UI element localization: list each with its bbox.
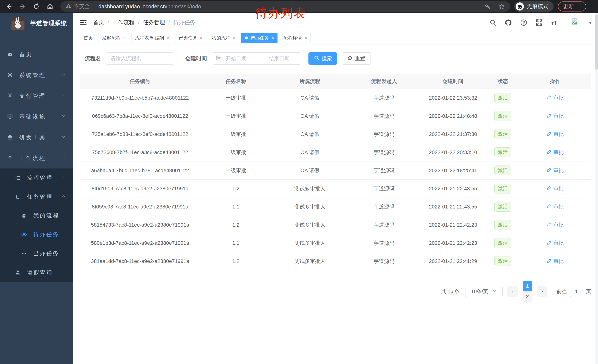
sidebar-item-支付管理[interactable]: 支付管理	[0, 86, 73, 106]
cell-任务名称: 1.1	[200, 204, 272, 210]
briefcase-icon	[7, 155, 13, 161]
search-icon[interactable]	[490, 19, 497, 26]
approve-link[interactable]: 审批	[547, 240, 564, 247]
close-icon[interactable]: ×	[200, 35, 202, 40]
approve-link[interactable]: 审批	[547, 149, 564, 156]
tab-已办任务[interactable]: 已办任务×	[175, 33, 206, 43]
breadcrumb: 首页/工作流程/任务管理/待办任务	[93, 19, 195, 26]
goto-page-input[interactable]: 1	[570, 286, 583, 297]
tab-流程详情[interactable]: 流程详情×	[280, 33, 310, 43]
status-badge: 激活	[494, 93, 511, 103]
approve-link[interactable]: 审批	[547, 131, 564, 138]
fullscreen-icon[interactable]	[535, 19, 543, 26]
breadcrumb-item[interactable]: 首页	[93, 19, 104, 26]
sidebar-item-label: 请假查询	[27, 269, 53, 276]
sidebar-item-工作流程[interactable]: 工作流程	[0, 148, 73, 169]
process-name-input[interactable]: 请输入流程名	[106, 52, 174, 65]
app-logo[interactable]: 芋道管理系统	[0, 13, 73, 33]
column-header-创建时间: 创建时间	[420, 78, 486, 85]
page-suffix: 页	[586, 288, 591, 295]
close-icon[interactable]: ×	[233, 35, 235, 40]
chevron-down-icon	[492, 289, 497, 295]
sidebar-item-label: 我的流程	[33, 212, 59, 219]
search-button[interactable]: 搜索	[308, 52, 337, 65]
tab-首页[interactable]: 首页	[80, 33, 96, 43]
scrollbar[interactable]	[595, 13, 598, 364]
cell-任务编号: 580e1b3d-7ac8-11ec-a9e2-a2380e71991a	[80, 240, 200, 246]
reload-icon[interactable]	[33, 3, 40, 10]
approve-label: 审批	[553, 149, 564, 156]
breadcrumb-item[interactable]: 工作流程	[112, 19, 134, 26]
font-size-icon[interactable]: TT	[551, 19, 559, 26]
approve-link[interactable]: 审批	[547, 185, 564, 192]
sidebar-item-系统管理[interactable]: 系统管理	[0, 65, 73, 86]
approve-link[interactable]: 审批	[547, 221, 564, 228]
page-button-1[interactable]: 1	[523, 281, 532, 291]
avatar[interactable]	[567, 15, 582, 30]
sidebar-item-请假查询[interactable]: 请假查询	[0, 263, 73, 282]
cell-所属流程: OA 请假	[272, 167, 348, 174]
back-icon[interactable]	[5, 3, 13, 10]
cell-所属流程: 测试多审批人	[272, 240, 348, 247]
cell-任务名称: 一级审批	[200, 113, 272, 120]
sidebar-item-流程管理[interactable]: 流程管理	[0, 169, 73, 187]
cell-所属流程: 测试多审批人	[272, 203, 348, 210]
page-size-select[interactable]: 10条/页	[465, 286, 503, 297]
cell-流程发起人: 芋道源码	[348, 203, 420, 210]
forward-icon[interactable]	[19, 3, 26, 10]
gear-icon	[7, 73, 13, 78]
sidebar-item-研发工具[interactable]: 研发工具	[0, 127, 73, 148]
scrollbar-thumb[interactable]	[595, 15, 598, 70]
topbar: 首页/工作流程/任务管理/待办任务 TT	[73, 13, 598, 32]
menu-dots-icon[interactable]	[578, 3, 582, 10]
sidebar-collapse-icon[interactable]	[73, 19, 93, 26]
column-header-所属流程: 所属流程	[272, 78, 348, 85]
close-icon[interactable]: ×	[167, 35, 169, 40]
home-icon[interactable]	[46, 3, 54, 10]
github-icon[interactable]	[505, 19, 512, 26]
incognito-label: 无痕模式	[527, 3, 548, 10]
sidebar-item-任务管理[interactable]: 任务管理	[0, 187, 73, 206]
security-indicator[interactable]: 不安全	[66, 3, 90, 10]
breadcrumb-separator: /	[138, 19, 139, 26]
key-icon[interactable]	[485, 3, 491, 10]
edit-pen-icon	[547, 113, 552, 119]
next-page-button[interactable]: ›	[537, 286, 548, 297]
chevron-down-icon[interactable]	[588, 20, 593, 25]
approve-link[interactable]: 审批	[547, 167, 564, 174]
tab-发起流程[interactable]: 发起流程×	[99, 33, 129, 43]
warning-icon	[66, 3, 72, 10]
close-icon[interactable]: ×	[271, 35, 274, 40]
close-icon[interactable]: ×	[123, 35, 126, 40]
sidebar-item-已办任务[interactable]: 已办任务	[0, 244, 73, 263]
sidebar-item-首页[interactable]: 首页	[0, 44, 73, 65]
help-icon[interactable]	[520, 19, 527, 26]
approve-label: 审批	[553, 203, 564, 210]
reset-button[interactable]: 重置	[342, 52, 371, 65]
tags-view-bar: 首页发起流程×流程表单-编辑×已办任务×我的流程×待办任务×流程详情×	[73, 32, 598, 44]
tab-待办任务[interactable]: 待办任务×	[241, 33, 277, 43]
sidebar-item-待办任务[interactable]: 待办任务	[0, 225, 73, 244]
approve-label: 审批	[553, 131, 564, 138]
close-icon[interactable]: ×	[304, 35, 307, 40]
cell-所属流程: OA 请假	[272, 113, 348, 120]
page-button-2[interactable]: 2	[523, 291, 532, 302]
browser-update-button[interactable]: 更新	[558, 1, 586, 11]
star-icon[interactable]	[498, 3, 505, 10]
chevron-down-icon	[61, 93, 66, 99]
approve-link[interactable]: 审批	[547, 258, 564, 265]
approve-link[interactable]: 审批	[547, 94, 564, 101]
tab-流程表单-编辑[interactable]: 流程表单-编辑×	[132, 33, 173, 43]
breadcrumb-item[interactable]: 任务管理	[143, 19, 165, 26]
sidebar-item-基础设施[interactable]: 基础设施	[0, 106, 73, 127]
prev-page-button[interactable]: ‹	[507, 286, 518, 297]
sidebar-item-label: 研发工具	[19, 134, 46, 141]
approve-link[interactable]: 审批	[547, 113, 564, 120]
approve-link[interactable]: 审批	[547, 203, 564, 210]
app-title: 芋道管理系统	[30, 19, 67, 28]
date-range-picker[interactable]: 开始日期 - 结束日期	[212, 52, 301, 65]
sidebar-item-我的流程[interactable]: 我的流程	[0, 206, 73, 225]
table-header: 任务编号任务名称所属流程流程发起人创建时间状态操作	[80, 74, 591, 89]
tab-我的流程[interactable]: 我的流程×	[208, 33, 239, 43]
cell-流程发起人: 芋道源码	[348, 94, 420, 101]
